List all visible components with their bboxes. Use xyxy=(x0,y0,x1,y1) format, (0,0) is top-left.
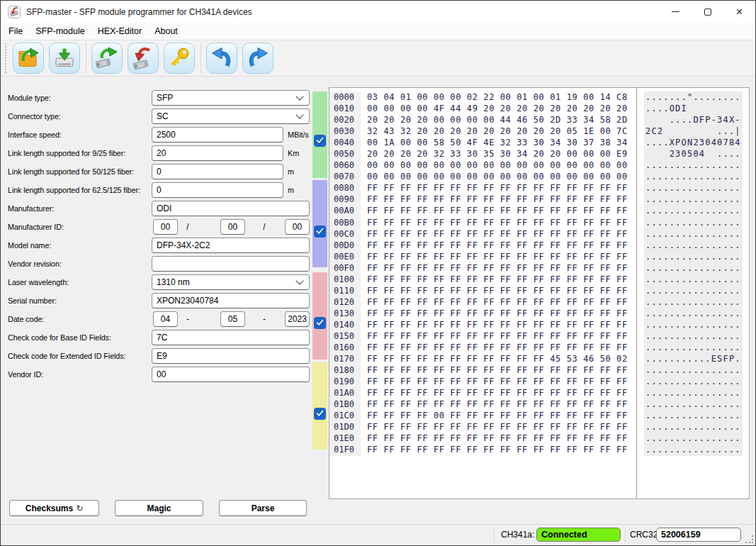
link-length-62-5-125-input[interactable] xyxy=(152,182,283,198)
save-file-button[interactable] xyxy=(49,43,80,74)
hex-bytes[interactable]: FF FF FF FF FF FF FF FF FF FF FF FF FF F… xyxy=(367,206,628,216)
connector-type-select[interactable]: SC xyxy=(152,108,310,124)
ascii-row[interactable]: 230504 .... xyxy=(644,148,743,160)
module-type-select[interactable]: SFP xyxy=(152,90,310,106)
manufacturer-id-input-3[interactable] xyxy=(285,219,310,235)
hex-bytes[interactable]: FF FF FF FF 00 FF FF FF FF FF FF FF FF F… xyxy=(367,411,628,420)
write-module-button[interactable] xyxy=(128,43,159,74)
manufacturer-input[interactable] xyxy=(152,201,310,216)
check-code-base-input[interactable] xyxy=(152,330,310,345)
laser-wavelength-select[interactable]: 1310 nm xyxy=(152,274,310,290)
hex-bytes[interactable]: FF FF FF FF FF FF FF FF FF FF FF FF FF F… xyxy=(367,320,628,330)
ascii-row[interactable]: ................ xyxy=(644,262,743,274)
key-button[interactable] xyxy=(164,43,195,74)
hex-bytes[interactable]: FF FF FF FF FF FF FF FF FF FF FF FF FF F… xyxy=(367,240,628,250)
manufacturer-id-input-1[interactable] xyxy=(153,219,178,235)
ascii-row[interactable]: ................ xyxy=(644,364,743,376)
crc32-value[interactable]: 52006159 xyxy=(656,528,741,542)
hex-bytes[interactable]: FF FF FF FF FF FF FF FF FF FF FF FF FF F… xyxy=(367,388,628,398)
ascii-row[interactable]: ......."........ xyxy=(644,91,743,103)
read-module-button[interactable] xyxy=(91,43,123,74)
date-code-input-1[interactable] xyxy=(153,311,178,327)
ascii-row[interactable]: ................ xyxy=(644,387,743,399)
ascii-row[interactable]: ................ xyxy=(644,205,743,216)
hex-bytes[interactable]: FF FF FF FF FF FF FF FF FF FF FF FF FF F… xyxy=(367,218,628,228)
ascii-row[interactable]: ................ xyxy=(644,171,743,182)
ascii-row[interactable]: ................ xyxy=(644,274,743,285)
ascii-row[interactable]: ................ xyxy=(644,182,743,194)
model-name-input[interactable] xyxy=(152,238,310,253)
hex-bytes[interactable]: FF FF FF FF FF FF FF FF FF FF FF FF FF F… xyxy=(367,183,628,193)
check-code-extended-input[interactable] xyxy=(152,348,310,364)
ascii-row[interactable]: ................ xyxy=(644,285,743,296)
field-group-checkbox-2[interactable] xyxy=(314,225,326,238)
ascii-row[interactable]: ................ xyxy=(644,421,743,433)
ascii-row[interactable]: ................ xyxy=(644,240,743,251)
ascii-row[interactable]: ................ xyxy=(644,319,743,330)
hex-bytes[interactable]: FF FF FF FF FF FF FF FF FF FF FF FF FF F… xyxy=(367,274,628,284)
ascii-row[interactable]: ....XPON23040784 xyxy=(644,137,743,148)
field-group-checkbox-1[interactable] xyxy=(314,135,326,147)
hex-bytes[interactable]: FF FF FF FF FF FF FF FF FF FF FF FF FF F… xyxy=(367,365,628,375)
hex-bytes[interactable]: FF FF FF FF FF FF FF FF FF FF FF FF FF F… xyxy=(367,286,628,296)
ascii-row[interactable]: ................ xyxy=(644,399,743,410)
hex-bytes[interactable]: FF FF FF FF FF FF FF FF FF FF FF FF FF F… xyxy=(367,422,628,432)
ascii-row[interactable]: ...........ESFP. xyxy=(644,353,743,364)
hex-bytes[interactable]: FF FF FF FF FF FF FF FF FF FF FF FF FF F… xyxy=(367,433,628,443)
hex-bytes[interactable]: FF FF FF FF FF FF FF FF FF FF FF FF FF F… xyxy=(367,445,628,455)
hex-bytes[interactable]: 20 20 20 20 32 33 30 35 30 34 20 20 00 0… xyxy=(367,149,628,159)
field-group-checkbox-4[interactable] xyxy=(314,408,326,420)
hex-bytes[interactable]: 00 00 00 00 00 00 00 00 00 00 00 00 00 0… xyxy=(367,160,628,170)
hex-bytes[interactable]: FF FF FF FF FF FF FF FF FF FF FF FF FF F… xyxy=(367,331,628,341)
ascii-row[interactable]: ................ xyxy=(644,194,743,205)
hex-bytes[interactable]: 32 43 32 20 20 20 20 20 20 20 20 20 05 1… xyxy=(367,126,628,136)
ascii-row[interactable]: ................ xyxy=(644,444,743,455)
date-code-input-2[interactable] xyxy=(220,311,245,327)
ascii-row[interactable]: 2C2 ...| xyxy=(644,126,743,137)
checksums-button[interactable]: Checksums ↻ xyxy=(9,500,99,516)
hex-bytes[interactable]: FF FF FF FF FF FF FF FF FF FF FF FF FF F… xyxy=(367,297,628,307)
menu-item-hex-editor[interactable]: HEX-Editor xyxy=(91,23,149,40)
manufacturer-id-input-2[interactable] xyxy=(220,219,245,235)
ascii-row[interactable]: ................ xyxy=(644,228,743,240)
ascii-row[interactable]: ................ xyxy=(644,217,743,228)
hex-bytes[interactable]: 20 20 20 20 00 00 00 00 44 46 50 2D 33 3… xyxy=(367,115,628,125)
hex-bytes[interactable]: FF FF FF FF FF FF FF FF FF FF FF FF FF F… xyxy=(367,377,628,386)
resize-grip[interactable] xyxy=(745,535,753,543)
link-length-50-125-input[interactable] xyxy=(152,164,283,179)
ascii-row[interactable]: ................ xyxy=(644,251,743,262)
menu-item-file[interactable]: File xyxy=(2,23,29,40)
ascii-row[interactable]: ................ xyxy=(644,296,743,308)
hex-bytes[interactable]: 03 04 01 00 00 00 02 22 00 01 00 01 19 0… xyxy=(367,92,628,102)
hex-bytes[interactable]: FF FF FF FF FF FF FF FF FF FF FF FF FF F… xyxy=(367,399,628,409)
hex-bytes[interactable]: FF FF FF FF FF FF FF FF FF FF FF FF FF F… xyxy=(367,194,628,204)
ascii-row[interactable]: ................ xyxy=(644,433,743,444)
close-button[interactable] xyxy=(723,1,755,23)
hex-bytes[interactable]: FF FF FF FF FF FF FF FF FF FF FF FF FF F… xyxy=(367,342,628,352)
date-code-input-3[interactable] xyxy=(285,311,310,327)
toolbar-grip[interactable] xyxy=(5,43,9,73)
ascii-row[interactable]: ................ xyxy=(644,342,743,353)
open-file-button[interactable] xyxy=(13,43,44,74)
ascii-row[interactable]: ................ xyxy=(644,160,743,171)
ascii-row[interactable]: ................ xyxy=(644,376,743,387)
hex-bytes[interactable]: FF FF FF FF FF FF FF FF FF FF FF FF FF F… xyxy=(367,308,628,318)
maximize-button[interactable] xyxy=(692,1,723,23)
parse-button[interactable]: Parse xyxy=(219,500,307,516)
field-group-checkbox-3[interactable] xyxy=(314,317,326,329)
redo-button[interactable] xyxy=(242,43,273,74)
ascii-row[interactable]: ....ODI xyxy=(644,103,743,114)
ascii-row[interactable]: ....DFP-34X- xyxy=(644,114,743,126)
hex-bytes[interactable]: 00 00 00 00 00 00 00 00 00 00 00 00 00 0… xyxy=(367,172,628,182)
vendor-revision-input[interactable] xyxy=(152,256,310,272)
ascii-row[interactable]: ................ xyxy=(644,330,743,342)
vendor-id-input[interactable] xyxy=(152,367,310,382)
hex-bytes[interactable]: 00 1A 00 00 58 50 4F 4E 32 33 30 34 30 3… xyxy=(367,138,628,147)
hex-bytes[interactable]: 00 00 00 00 4F 44 49 20 20 20 20 20 20 2… xyxy=(367,104,628,113)
minimize-button[interactable] xyxy=(660,1,692,23)
hex-bytes[interactable]: FF FF FF FF FF FF FF FF FF FF FF FF FF F… xyxy=(367,252,628,262)
ascii-row[interactable]: ................ xyxy=(644,308,743,319)
ascii-row[interactable]: ................ xyxy=(644,410,743,421)
undo-button[interactable] xyxy=(206,43,237,74)
link-length-9-25-input[interactable] xyxy=(152,145,283,161)
